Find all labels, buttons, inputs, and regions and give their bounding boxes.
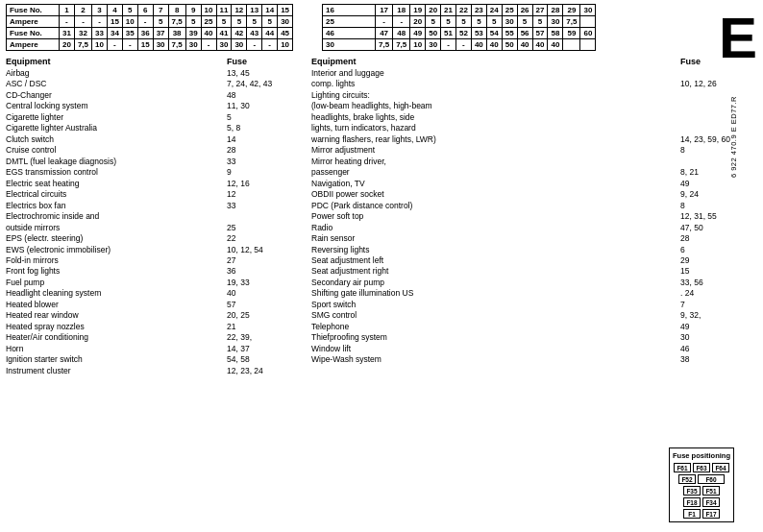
left-fuse-table: Fuse No. 1 2 3 4 5 6 7 8 9 10 11 12 13 1… xyxy=(6,4,293,51)
list-item: Headlight cleaning system40 xyxy=(6,288,304,299)
fuse-row-2: F52 F60 xyxy=(673,474,730,484)
list-item: headlights, brake lights, side xyxy=(311,112,757,123)
fuse-14: 14 xyxy=(262,5,278,16)
fuse-pos-layout: F61 F63 F64 F52 F60 F35 F51 F18 F34 F1 F… xyxy=(673,463,730,519)
list-item: OBDII power socket9, 24 xyxy=(311,189,757,200)
fuse-5: 5 xyxy=(122,5,137,16)
list-item: Fold-in mirrors27 xyxy=(6,255,304,266)
fuse-13: 13 xyxy=(247,5,262,16)
fuse-positioning-diagram: Fuse positioning F61 F63 F64 F52 F60 F35… xyxy=(669,447,734,522)
list-item: Cigarette lighter5 xyxy=(6,112,304,123)
list-item: Mirror heating driver, xyxy=(311,157,757,167)
list-item: Window lift46 xyxy=(311,344,757,354)
eq-right-equipment-header: Equipment xyxy=(311,57,680,66)
list-item: Sport switch7 xyxy=(311,300,757,310)
list-item: ASC / DSC7, 24, 42, 43 xyxy=(6,79,304,89)
list-item: Heater/Air conditioning22, 39, xyxy=(6,332,304,343)
fuse-f34: F34 xyxy=(702,497,720,507)
eq-left-fuse-header: Fuse xyxy=(227,57,304,66)
list-item: Electric seat heating12, 16 xyxy=(6,179,304,189)
list-item: EPS (electr. steering)22 xyxy=(6,233,304,244)
list-item: comp. lights10, 12, 26 xyxy=(311,79,757,89)
list-item: Lighting circuits: xyxy=(311,90,757,101)
list-item: warning flashers, rear lights, LWR)14, 2… xyxy=(311,134,757,145)
fuse-7: 7 xyxy=(153,5,168,16)
list-item: Electrical circuits12 xyxy=(6,189,304,200)
fuse-row-1: F61 F63 F64 xyxy=(673,463,730,472)
fuse-f17: F17 xyxy=(702,509,720,519)
equipment-right: Equipment Fuse Interior and luggage comp… xyxy=(311,57,757,376)
list-item: Radio47, 50 xyxy=(311,223,757,233)
fuse-positioning-title: Fuse positioning xyxy=(673,451,730,460)
list-item: SMG control9, 32, xyxy=(311,310,757,321)
list-item-heated-spray-nozzles: Heated spray nozzles21 xyxy=(6,322,304,332)
list-item: CD-Changer48 xyxy=(6,90,304,101)
list-item: PDC (Park distance control)8 xyxy=(311,201,757,211)
fuse-f35: F35 xyxy=(683,486,701,496)
right-fuse-table: 16 17 18 19 20 21 22 23 24 25 26 27 28 2… xyxy=(322,4,596,51)
list-item: Interior and luggage xyxy=(311,68,757,79)
list-item: Mirror adjustment8 xyxy=(311,145,757,156)
list-item: Cruise control28 xyxy=(6,145,304,156)
list-item: Front fog lights36 xyxy=(6,266,304,277)
list-item: Ignition starter switch54, 58 xyxy=(6,354,304,365)
fuse-15: 15 xyxy=(278,5,293,16)
fuse-6: 6 xyxy=(137,5,153,16)
fuse-row-4: F18 F34 xyxy=(673,497,730,507)
fuse-10: 10 xyxy=(201,5,216,16)
eq-left-header: Equipment Fuse xyxy=(6,57,304,66)
list-item: Navigation, TV49 xyxy=(311,179,757,189)
ampere-label-1: Ampere xyxy=(7,16,60,28)
fuse-row-5: F1 F17 xyxy=(673,509,730,519)
fuse-f52: F52 xyxy=(678,474,696,484)
equipment-area: Equipment Fuse Airbag13, 45 ASC / DSC7, … xyxy=(6,57,757,376)
list-item: Instrument cluster12, 23, 24 xyxy=(6,366,304,376)
fuse-f18: F18 xyxy=(683,497,701,507)
list-item: Wipe-Wash system38 xyxy=(311,354,757,365)
list-item: Electrochromic inside and xyxy=(6,211,304,222)
list-item: DMTL (fuel leakage diagnosis)33 xyxy=(6,157,304,167)
left-tables: Fuse No. 1 2 3 4 5 6 7 8 9 10 11 12 13 1… xyxy=(6,4,293,51)
eq-right-header: Equipment Fuse xyxy=(311,57,757,66)
list-item: Telephone49 xyxy=(311,322,757,332)
list-item: Central locking system11, 30 xyxy=(6,101,304,111)
list-item: Fuel pump19, 33 xyxy=(6,278,304,288)
list-item: Horn14, 37 xyxy=(6,344,304,354)
fuse-no-label-2: Fuse No. xyxy=(7,28,60,39)
fuse-8: 8 xyxy=(168,5,185,16)
fuse-4: 4 xyxy=(107,5,122,16)
right-tables: 16 17 18 19 20 21 22 23 24 25 26 27 28 2… xyxy=(322,4,596,51)
equipment-left: Equipment Fuse Airbag13, 45 ASC / DSC7, … xyxy=(6,57,304,376)
list-item: EGS transmission control9 xyxy=(6,167,304,178)
list-item: EWS (electronic immobiliser)10, 12, 54 xyxy=(6,245,304,255)
section-letter-e: E xyxy=(719,10,757,67)
list-item: Reversing lights6 xyxy=(311,245,757,255)
tables-area: Fuse No. 1 2 3 4 5 6 7 8 9 10 11 12 13 1… xyxy=(6,4,757,51)
fuse-f64: F64 xyxy=(712,463,729,472)
fuse-f63: F63 xyxy=(693,463,710,472)
fuse-f60: F60 xyxy=(698,474,725,484)
list-item: outside mirrors25 xyxy=(6,223,304,233)
fuse-f1: F1 xyxy=(683,509,701,519)
fuse-9: 9 xyxy=(185,5,201,16)
list-item: (low-beam headlights, high-beam xyxy=(311,101,757,111)
eq-left-equipment-header: Equipment xyxy=(6,57,227,66)
list-item: Electrics box fan33 xyxy=(6,201,304,211)
fuse-no-label-1: Fuse No. xyxy=(7,5,60,16)
fuse-3: 3 xyxy=(92,5,108,16)
fuse-2: 2 xyxy=(74,5,91,16)
list-item: Power soft top12, 31, 55 xyxy=(311,211,757,222)
list-item: Cigarette lighter Australia5, 8 xyxy=(6,123,304,133)
list-item: Heated blower57 xyxy=(6,300,304,310)
list-item: passenger8, 21 xyxy=(311,167,757,178)
fuse-11: 11 xyxy=(216,5,232,16)
list-item: Seat adjustment right15 xyxy=(311,266,757,277)
list-item-heated-rear-window: Heated rear window20, 25 xyxy=(6,310,304,321)
ampere-label-2: Ampere xyxy=(7,39,60,51)
list-item: Seat adjustment left29 xyxy=(311,255,757,266)
fuse-12: 12 xyxy=(232,5,247,16)
list-item: Airbag13, 45 xyxy=(6,68,304,79)
list-item: lights, turn indicators, hazard xyxy=(311,123,757,133)
main-container: Fuse No. 1 2 3 4 5 6 7 8 9 10 11 12 13 1… xyxy=(0,0,763,380)
list-item: Secondary air pump33, 56 xyxy=(311,278,757,288)
